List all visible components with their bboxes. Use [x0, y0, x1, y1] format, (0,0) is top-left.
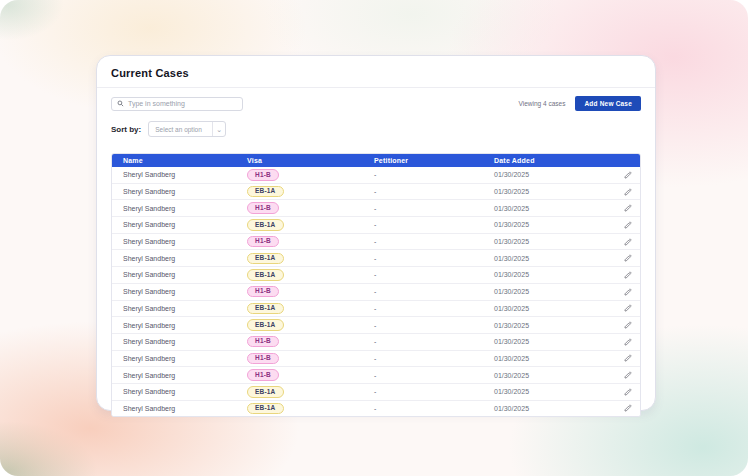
- search-icon: [117, 100, 124, 107]
- edit-pencil-icon[interactable]: [624, 188, 632, 196]
- table-row: Sheryl Sandberg H1-B - 01/30/2025: [112, 334, 640, 351]
- case-name: Sheryl Sandberg: [123, 238, 247, 245]
- add-new-case-button[interactable]: Add New Case: [575, 96, 641, 111]
- date-added-value: 01/30/2025: [494, 305, 616, 312]
- date-added-value: 01/30/2025: [494, 171, 616, 178]
- page-title: Current Cases: [111, 56, 641, 87]
- petitioner-value: -: [374, 388, 494, 395]
- date-added-value: 01/30/2025: [494, 188, 616, 195]
- sort-select-value: Select an option: [149, 122, 212, 136]
- edit-pencil-icon[interactable]: [624, 171, 632, 179]
- edit-pencil-icon[interactable]: [624, 204, 632, 212]
- edit-pencil-icon[interactable]: [624, 388, 632, 396]
- column-header-name: Name: [123, 157, 247, 164]
- sort-by-row: Sort by: Select an option ⌄: [111, 121, 641, 137]
- petitioner-value: -: [374, 255, 494, 262]
- table-header: Name Visa Petitioner Date Added: [112, 154, 640, 167]
- petitioner-value: -: [374, 238, 494, 245]
- right-controls: Viewing 4 cases Add New Case: [519, 96, 641, 111]
- case-name: Sheryl Sandberg: [123, 171, 247, 178]
- petitioner-value: -: [374, 355, 494, 362]
- case-name: Sheryl Sandberg: [123, 305, 247, 312]
- edit-pencil-icon[interactable]: [624, 304, 632, 312]
- case-name: Sheryl Sandberg: [123, 221, 247, 228]
- cases-table: Name Visa Petitioner Date Added Sheryl S…: [111, 153, 641, 417]
- table-row: Sheryl Sandberg H1-B - 01/30/2025: [112, 367, 640, 384]
- case-name: Sheryl Sandberg: [123, 205, 247, 212]
- date-added-value: 01/30/2025: [494, 255, 616, 262]
- edit-pencil-icon[interactable]: [624, 354, 632, 362]
- date-added-value: 01/30/2025: [494, 372, 616, 379]
- date-added-value: 01/30/2025: [494, 338, 616, 345]
- case-name: Sheryl Sandberg: [123, 372, 247, 379]
- table-row: Sheryl Sandberg H1-B - 01/30/2025: [112, 167, 640, 184]
- edit-pencil-icon[interactable]: [624, 404, 632, 412]
- edit-pencil-icon[interactable]: [624, 288, 632, 296]
- petitioner-value: -: [374, 188, 494, 195]
- date-added-value: 01/30/2025: [494, 271, 616, 278]
- sort-select[interactable]: Select an option ⌄: [148, 121, 226, 137]
- table-row: Sheryl Sandberg EB-1A - 01/30/2025: [112, 301, 640, 318]
- visa-badge: EB-1A: [247, 386, 284, 398]
- column-header-visa: Visa: [247, 157, 374, 164]
- visa-badge: EB-1A: [247, 403, 284, 415]
- edit-pencil-icon[interactable]: [624, 371, 632, 379]
- edit-pencil-icon[interactable]: [624, 221, 632, 229]
- column-header-petitioner: Petitioner: [374, 157, 494, 164]
- table-row: Sheryl Sandberg EB-1A - 01/30/2025: [112, 384, 640, 401]
- controls-row: Type in something Viewing 4 cases Add Ne…: [111, 96, 641, 111]
- petitioner-value: -: [374, 205, 494, 212]
- table-row: Sheryl Sandberg EB-1A - 01/30/2025: [112, 217, 640, 234]
- date-added-value: 01/30/2025: [494, 238, 616, 245]
- petitioner-value: -: [374, 288, 494, 295]
- visa-badge: H1-B: [247, 236, 279, 248]
- petitioner-value: -: [374, 372, 494, 379]
- date-added-value: 01/30/2025: [494, 221, 616, 228]
- table-row: Sheryl Sandberg EB-1A - 01/30/2025: [112, 250, 640, 267]
- table-row: Sheryl Sandberg EB-1A - 01/30/2025: [112, 184, 640, 201]
- chevron-down-icon: ⌄: [212, 122, 225, 136]
- edit-pencil-icon[interactable]: [624, 338, 632, 346]
- table-row: Sheryl Sandberg EB-1A - 01/30/2025: [112, 401, 640, 417]
- date-added-value: 01/30/2025: [494, 288, 616, 295]
- sort-by-label: Sort by:: [111, 125, 141, 134]
- visa-badge: H1-B: [247, 286, 279, 298]
- date-added-value: 01/30/2025: [494, 388, 616, 395]
- visa-badge: EB-1A: [247, 253, 284, 265]
- current-cases-card: Current Cases Type in something Viewing …: [96, 55, 656, 411]
- visa-badge: H1-B: [247, 369, 279, 381]
- table-row: Sheryl Sandberg H1-B - 01/30/2025: [112, 234, 640, 251]
- search-input[interactable]: Type in something: [111, 97, 243, 111]
- case-name: Sheryl Sandberg: [123, 188, 247, 195]
- table-row: Sheryl Sandberg H1-B - 01/30/2025: [112, 284, 640, 301]
- table-row: Sheryl Sandberg H1-B - 01/30/2025: [112, 200, 640, 217]
- title-divider: [97, 87, 655, 88]
- case-name: Sheryl Sandberg: [123, 255, 247, 262]
- case-name: Sheryl Sandberg: [123, 338, 247, 345]
- date-added-value: 01/30/2025: [494, 405, 616, 412]
- case-name: Sheryl Sandberg: [123, 271, 247, 278]
- edit-pencil-icon[interactable]: [624, 321, 632, 329]
- table-body: Sheryl Sandberg H1-B - 01/30/2025 Sheryl…: [112, 167, 640, 416]
- case-name: Sheryl Sandberg: [123, 388, 247, 395]
- date-added-value: 01/30/2025: [494, 205, 616, 212]
- petitioner-value: -: [374, 171, 494, 178]
- visa-badge: EB-1A: [247, 269, 284, 281]
- visa-badge: H1-B: [247, 353, 279, 365]
- edit-pencil-icon[interactable]: [624, 271, 632, 279]
- visa-badge: H1-B: [247, 336, 279, 348]
- case-name: Sheryl Sandberg: [123, 355, 247, 362]
- column-header-date-added: Date Added: [494, 157, 616, 164]
- case-name: Sheryl Sandberg: [123, 405, 247, 412]
- petitioner-value: -: [374, 221, 494, 228]
- edit-pencil-icon[interactable]: [624, 238, 632, 246]
- petitioner-value: -: [374, 322, 494, 329]
- petitioner-value: -: [374, 405, 494, 412]
- petitioner-value: -: [374, 305, 494, 312]
- visa-badge: EB-1A: [247, 319, 284, 331]
- edit-pencil-icon[interactable]: [624, 254, 632, 262]
- visa-badge: EB-1A: [247, 186, 284, 198]
- petitioner-value: -: [374, 338, 494, 345]
- table-row: Sheryl Sandberg EB-1A - 01/30/2025: [112, 317, 640, 334]
- table-row: Sheryl Sandberg H1-B - 01/30/2025: [112, 351, 640, 368]
